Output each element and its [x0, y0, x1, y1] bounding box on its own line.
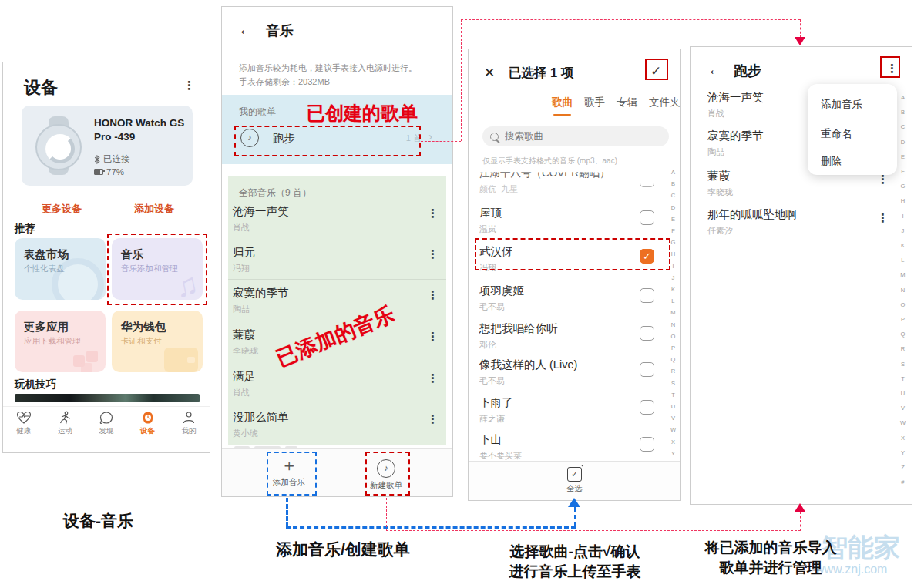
song-artist: 邓伦 [479, 339, 654, 351]
song-row[interactable]: 归元 冯翔 ⋮ [233, 245, 442, 279]
tile-watchface-market[interactable]: 表盘市场 个性化表盘 [15, 238, 106, 300]
arrow-up-icon [568, 498, 580, 507]
song-row[interactable]: 沧海一声笑 肖战 ⋮ [233, 204, 442, 238]
song-row[interactable]: 下雨了 薛之谦 [479, 395, 654, 431]
checkbox[interactable] [640, 326, 654, 341]
tile-more-apps[interactable]: 更多应用 应用下载和管理 [15, 311, 106, 372]
apps-icon [73, 344, 99, 371]
connector-playlist-line [461, 19, 800, 20]
music-screen: ← 音乐 添加音乐较为耗电，建议手表接入电源时进行。 手表存储剩余：2032MB… [221, 6, 453, 497]
song-artist: 李晓珑 [707, 186, 881, 198]
nav-discover[interactable]: 发现 [86, 407, 127, 453]
song-title: 那年的呱呱坠地啊 [707, 207, 881, 222]
tips-banner-image[interactable] [15, 394, 200, 402]
song-row[interactable]: 想把我唱给你听 邓伦 [479, 321, 654, 357]
alphabet-index[interactable]: ABCDEFGHIJKLMNOPQRSTUVWXYZ# [900, 90, 906, 489]
song-artist: 任素汐 [707, 225, 881, 237]
more-devices-link[interactable]: 更多设备 [42, 202, 82, 216]
song-row[interactable]: 江湖十八号（COVER翻唱） 颜伉_九星 [479, 166, 654, 202]
context-menu: 添加音乐 重命名 删除 [808, 84, 897, 175]
song-title: 下山 [479, 432, 654, 447]
menu-item-delete[interactable]: 删除 [821, 155, 842, 169]
song-artist: 冯翔 [233, 263, 442, 274]
song-row[interactable]: 没那么简单 黄小琥 ⋮ [233, 410, 442, 444]
more-icon[interactable]: ⋮ [427, 248, 439, 260]
more-icon[interactable]: ⋮ [183, 79, 195, 91]
tab-folders[interactable]: 文件夹 [649, 96, 680, 109]
search-input[interactable] [503, 130, 645, 143]
connector-addmusic-line [286, 498, 288, 527]
back-icon[interactable]: ← [238, 21, 254, 39]
search-icon [490, 133, 499, 141]
song-artist: 陶喆 [233, 304, 442, 315]
song-artist: 肖战 [233, 222, 442, 234]
song-artist: 毛不易 [479, 301, 654, 313]
tab-albums[interactable]: 专辑 [617, 96, 637, 109]
tutorial-canvas: 设备 ⋮ HONOR Watch GS Pro -439 已连接 77% 更多设… [0, 0, 914, 588]
song-artist: 肖战 [233, 387, 442, 398]
page-title: 音乐 [266, 22, 294, 40]
back-icon[interactable]: ← [707, 61, 723, 79]
song-row[interactable]: 屋顶 温岚 [479, 206, 654, 241]
device-screen: 设备 ⋮ HONOR Watch GS Pro -439 已连接 77% 更多设… [2, 62, 210, 453]
song-title: 屋顶 [479, 206, 654, 220]
more-icon[interactable]: ⋮ [427, 207, 439, 219]
song-title: 满足 [233, 369, 442, 384]
song-title: 项羽虞姬 [479, 284, 654, 298]
nav-health[interactable]: 健康 [3, 407, 45, 453]
new-playlist-highlight-box [365, 452, 410, 496]
menu-item-add-music[interactable]: 添加音乐 [821, 98, 862, 112]
song-row[interactable]: 寂寞的季节 陶喆 ⋮ [233, 286, 442, 320]
checkbox[interactable] [640, 400, 654, 415]
checkbox[interactable] [640, 210, 654, 225]
nav-exercise[interactable]: 运动 [45, 407, 86, 453]
device-card[interactable]: HONOR Watch GS Pro -439 已连接 77% [22, 106, 193, 186]
tips-header: 玩机技巧 [15, 378, 56, 391]
nav-me[interactable]: 我的 [168, 407, 210, 453]
battery-icon [94, 169, 103, 175]
runner-icon [57, 411, 72, 425]
select-all-button[interactable]: ✓ 全选 [469, 462, 680, 494]
song-artist: 温岚 [479, 223, 654, 235]
connector-playlist-line [800, 19, 801, 38]
tab-artists[interactable]: 歌手 [584, 96, 605, 109]
menu-item-rename[interactable]: 重命名 [821, 127, 852, 141]
tab-songs[interactable]: 歌曲 [552, 96, 573, 109]
connector-playlist-line [421, 141, 461, 142]
watch-icon [140, 411, 156, 425]
caption-add-create: 添加音乐/创建歌单 [276, 539, 410, 560]
divider [228, 279, 446, 280]
song-artist: 毛不易 [479, 375, 654, 387]
close-icon[interactable]: ✕ [484, 65, 495, 81]
more-icon[interactable]: ⋮ [427, 289, 439, 301]
more-icon[interactable]: ⋮ [427, 331, 439, 342]
confirm-highlight-box [645, 59, 668, 80]
song-row[interactable]: 项羽虞姬 毛不易 [479, 284, 654, 319]
search-bar[interactable] [482, 126, 669, 146]
checkbox[interactable] [640, 362, 654, 377]
caption-device-music: 设备-音乐 [63, 510, 133, 532]
song-row[interactable]: 那年的呱呱坠地啊 任素汐 ⋮ [707, 207, 881, 241]
more-icon[interactable]: ⋮ [877, 212, 889, 223]
person-icon [181, 411, 197, 425]
song-row[interactable]: 像我这样的人 (Live) 毛不易 [479, 358, 654, 393]
song-artist: 黄小琥 [233, 428, 442, 439]
heart-icon [16, 411, 32, 425]
device-name: HONOR Watch GS Pro -439 [94, 116, 186, 144]
tile-wallet[interactable]: 华为钱包 卡证和支付 [112, 311, 203, 372]
song-title: 下雨了 [479, 395, 654, 410]
more-icon[interactable]: ⋮ [427, 413, 439, 425]
bottom-nav: 健康 运动 发现 设备 我的 [3, 406, 210, 453]
checkbox[interactable] [640, 288, 654, 303]
watch-image [34, 116, 83, 175]
song-row[interactable]: 满足 肖战 ⋮ [233, 369, 442, 403]
alphabet-index[interactable]: ABCDEFGHIJKLMNOPQRSTUVWXYZ# [670, 166, 676, 482]
more-icon[interactable]: ⋮ [877, 173, 889, 185]
add-device-link[interactable]: 添加设备 [134, 202, 174, 216]
playlist-screen: ← 跑步 ⋮ 沧海一声笑 肖战 寂寞的季节 陶喆 蒹葭 李晓珑 ⋮ 那年的呱呱坠… [690, 46, 912, 505]
annotation-created-playlist: 已创建的歌单 [307, 101, 418, 126]
all-music-label: 全部音乐（9 首） [239, 186, 311, 200]
more-icon[interactable]: ⋮ [427, 372, 439, 384]
nav-device[interactable]: 设备 [127, 407, 169, 453]
checkbox[interactable] [640, 437, 654, 452]
